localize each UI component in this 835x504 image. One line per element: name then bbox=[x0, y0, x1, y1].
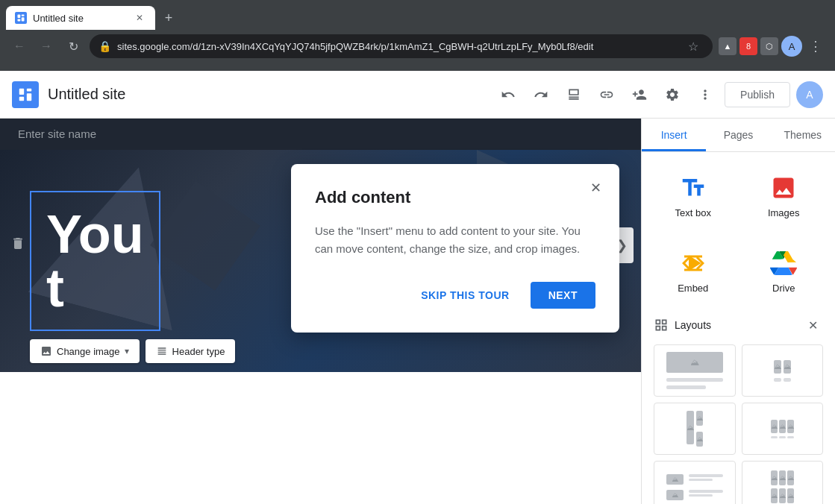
settings-button[interactable] bbox=[659, 81, 686, 108]
insert-images[interactable]: Images bbox=[745, 164, 824, 227]
right-panel: Insert Pages Themes Text box bbox=[641, 119, 835, 504]
images-icon bbox=[769, 173, 798, 203]
publish-button[interactable]: Publish bbox=[725, 82, 790, 107]
insert-embed[interactable]: Embed bbox=[654, 239, 733, 303]
extension-icon-3[interactable]: ⬡ bbox=[760, 37, 778, 55]
insert-grid: Text box Images Embed bbox=[654, 164, 823, 303]
layout-item-6[interactable]: ⛰ ⛰ ⛰ ⛰ ⛰ ⛰ bbox=[742, 461, 824, 504]
drive-label: Drive bbox=[772, 283, 795, 294]
layouts-icon bbox=[654, 318, 669, 333]
profile-icon[interactable]: A bbox=[781, 36, 802, 57]
layout-item-5[interactable]: ⛰ ⛰ bbox=[654, 461, 736, 504]
dialog-body: Use the "Insert" menu to add content to … bbox=[315, 222, 595, 258]
tab-pages[interactable]: Pages bbox=[706, 119, 770, 151]
layout-item-1[interactable]: ⛰ bbox=[654, 344, 736, 397]
layouts-title: Layouts bbox=[675, 319, 711, 331]
forward-button: → bbox=[36, 36, 57, 57]
dialog-close-button[interactable]: ✕ bbox=[584, 176, 607, 200]
text-box-icon bbox=[678, 173, 708, 203]
hero-text-line1: You bbox=[46, 207, 144, 261]
header-type-button[interactable]: Header type bbox=[146, 339, 236, 363]
layouts-grid: ⛰ ⛰ bbox=[654, 344, 823, 504]
change-image-dropdown-icon: ▾ bbox=[125, 346, 129, 356]
undo-button[interactable] bbox=[495, 81, 522, 108]
images-label: Images bbox=[768, 207, 800, 218]
hero-text-box[interactable]: You t bbox=[30, 191, 160, 331]
svg-rect-4 bbox=[19, 88, 24, 94]
toolbar-actions: Publish A bbox=[495, 81, 823, 108]
user-avatar[interactable]: A bbox=[796, 81, 823, 108]
more-menu-button[interactable] bbox=[692, 81, 719, 108]
canvas-body[interactable] bbox=[0, 372, 641, 504]
embed-icon bbox=[678, 248, 708, 278]
panel-content: Text box Images Embed bbox=[642, 152, 835, 504]
layout-item-4[interactable]: ⛰ ⛰ ⛰ bbox=[742, 403, 824, 455]
insert-text-box[interactable]: Text box bbox=[654, 164, 733, 227]
layouts-close-button[interactable]: ✕ bbox=[802, 315, 823, 336]
app-title: Untitled site bbox=[48, 86, 486, 103]
new-tab-button[interactable]: + bbox=[158, 7, 179, 28]
address-bar[interactable]: 🔒 sites.google.com/d/1zn-xV39In4XCqYqYJQ… bbox=[90, 34, 713, 58]
embed-label: Embed bbox=[678, 283, 708, 294]
tab-title: Untitled site bbox=[33, 13, 127, 24]
header-type-label: Header type bbox=[172, 346, 225, 357]
panel-tabs: Insert Pages Themes bbox=[642, 119, 835, 152]
skip-tour-button[interactable]: SKIP THIS TOUR bbox=[412, 283, 519, 307]
next-button[interactable]: NEXT bbox=[531, 282, 595, 309]
drive-icon bbox=[769, 248, 798, 278]
back-button: ← bbox=[9, 36, 30, 57]
tab-favicon bbox=[15, 12, 27, 24]
layouts-section: Layouts ✕ ⛰ bbox=[654, 315, 823, 504]
change-image-label: Change image bbox=[57, 346, 120, 357]
extension-icon-2[interactable]: 8 bbox=[739, 37, 757, 55]
lock-icon: 🔒 bbox=[98, 40, 111, 52]
tab-themes[interactable]: Themes bbox=[771, 119, 835, 151]
add-person-button[interactable] bbox=[626, 81, 653, 108]
svg-rect-7 bbox=[27, 93, 31, 101]
text-box-label: Text box bbox=[675, 207, 711, 218]
add-content-dialog: Add content ✕ Use the "Insert" menu to a… bbox=[291, 164, 619, 333]
app-toolbar: Untitled site Publish A bbox=[0, 71, 835, 119]
layout-item-3[interactable]: ⛰ ⛰ ⛰ bbox=[654, 403, 736, 455]
hero-text-line2: t bbox=[46, 261, 144, 315]
browser-menu-button[interactable]: ⋮ bbox=[805, 36, 826, 57]
site-name-input[interactable]: Enter site name bbox=[18, 127, 96, 140]
preview-button[interactable] bbox=[560, 81, 587, 108]
dialog-actions: SKIP THIS TOUR NEXT bbox=[315, 282, 595, 309]
refresh-button[interactable]: ↻ bbox=[63, 36, 84, 57]
redo-button[interactable] bbox=[528, 81, 554, 108]
insert-drive[interactable]: Drive bbox=[745, 239, 824, 303]
svg-rect-0 bbox=[18, 15, 21, 19]
change-image-button[interactable]: Change image ▾ bbox=[30, 339, 140, 363]
url-text: sites.google.com/d/1zn-xV39In4XCqYqYJQ74… bbox=[117, 41, 677, 52]
svg-rect-3 bbox=[22, 17, 25, 21]
header-controls: Change image ▾ Header type bbox=[30, 339, 235, 363]
bookmark-icon[interactable]: ☆ bbox=[683, 36, 704, 57]
tab-close-button[interactable]: ✕ bbox=[133, 11, 146, 25]
browser-tab[interactable]: Untitled site ✕ bbox=[6, 6, 155, 30]
svg-rect-6 bbox=[19, 96, 24, 101]
layouts-header: Layouts ✕ bbox=[654, 315, 823, 336]
tab-insert[interactable]: Insert bbox=[642, 119, 706, 151]
svg-rect-2 bbox=[18, 19, 21, 22]
extension-icon-1[interactable]: ▲ bbox=[719, 37, 737, 55]
dialog-title: Add content bbox=[315, 188, 595, 207]
layout-item-2[interactable]: ⛰ ⛰ bbox=[742, 344, 824, 397]
svg-rect-1 bbox=[22, 15, 25, 16]
app-logo bbox=[12, 81, 39, 108]
link-button[interactable] bbox=[593, 81, 620, 108]
delete-section-button[interactable] bbox=[10, 236, 25, 255]
svg-rect-5 bbox=[27, 88, 31, 91]
site-name-bar: Enter site name bbox=[0, 119, 641, 150]
